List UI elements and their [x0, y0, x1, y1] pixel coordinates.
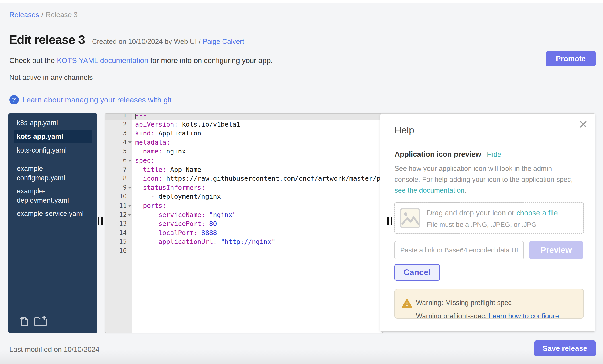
page-title: Edit release 3 — [9, 33, 85, 47]
file-item[interactable]: example-service.yaml — [17, 208, 92, 219]
dropzone-prompt: Drag and drop your icon or choose a file — [427, 209, 558, 217]
created-info: Created on 10/10/2024 by Web UI / Paige … — [92, 38, 244, 46]
code-text: icon: https://raw.githubusercontent.com/… — [132, 174, 381, 183]
fold-gutter — [127, 120, 132, 129]
code-lines: 1---2apiVersion: kots.io/v1beta13kind: A… — [105, 113, 383, 255]
created-user-link[interactable]: Paige Calvert — [202, 38, 244, 45]
code-line: 10 - deployment/nginx — [105, 192, 383, 201]
icon-dropzone[interactable]: Drag and drop your icon or choose a file… — [394, 202, 584, 234]
line-number: 15 — [105, 237, 127, 246]
file-list-divider — [17, 159, 92, 159]
icon-preview-description: See how your application icon will look … — [394, 163, 580, 196]
fold-gutter — [127, 147, 132, 156]
line-number: 9 — [105, 183, 127, 192]
line-number: 1 — [105, 113, 127, 120]
line-number: 2 — [105, 120, 127, 129]
close-icon[interactable] — [579, 120, 588, 129]
code-line: 15 applicationUrl: "http://nginx" — [105, 237, 383, 246]
code-text: applicationUrl: "http://nginx" — [132, 237, 275, 246]
fold-gutter — [127, 246, 132, 255]
code-line: 6spec: — [105, 156, 383, 165]
code-text: - deployment/nginx — [132, 192, 221, 201]
configure-preflight-link[interactable]: Learn how to configure — [489, 312, 559, 319]
new-file-icon[interactable] — [19, 316, 29, 328]
code-line: 5 name: nginx — [105, 147, 383, 156]
yaml-editor[interactable]: 1---2apiVersion: kots.io/v1beta13kind: A… — [105, 113, 383, 333]
docs-hint: Check out the KOTS YAML documentation fo… — [9, 56, 273, 65]
docs-hint-suffix: for more info on configuring your app. — [148, 56, 273, 65]
help-title: Help — [394, 125, 414, 136]
code-line: 3kind: Application — [105, 129, 383, 138]
kots-yaml-docs-link[interactable]: KOTS YAML documentation — [57, 56, 148, 65]
fold-arrow-icon[interactable] — [127, 183, 132, 192]
sidebar-resize-handle[interactable] — [98, 217, 103, 225]
new-folder-icon[interactable] — [34, 316, 47, 328]
breadcrumb-link-releases[interactable]: Releases — [9, 11, 39, 19]
line-number: 5 — [105, 147, 127, 156]
breadcrumb-separator: / — [39, 11, 46, 19]
code-text: ports: — [132, 201, 166, 210]
fold-arrow-icon[interactable] — [127, 201, 132, 210]
file-item[interactable]: kots-app.yaml — [14, 130, 92, 143]
sidebar-footer — [14, 312, 92, 328]
file-item[interactable]: kots-config.yaml — [17, 145, 92, 156]
line-number: 13 — [105, 219, 127, 228]
line-number: 11 — [105, 201, 127, 210]
fold-arrow-icon[interactable] — [127, 138, 132, 147]
line-number: 10 — [105, 192, 127, 201]
icon-preview-section-header: Application icon preview Hide — [394, 150, 501, 159]
fold-gutter — [127, 192, 132, 201]
line-number: 14 — [105, 228, 127, 237]
breadcrumb: Releases/Release 3 — [9, 11, 78, 19]
text-cursor — [135, 114, 136, 119]
code-text: kind: Application — [132, 129, 201, 138]
hide-link[interactable]: Hide — [487, 151, 501, 159]
git-releases-link[interactable]: Learn about managing your releases with … — [22, 96, 172, 104]
file-sidebar: k8s-app.yamlkots-app.yamlkots-config.yam… — [8, 113, 97, 333]
fold-gutter — [127, 228, 132, 237]
code-text: metadata: — [132, 138, 170, 147]
created-text: Created on 10/10/2024 by Web UI / — [92, 38, 203, 45]
code-text: localPort: 8888 — [132, 228, 217, 237]
description-text: See how your application icon will look … — [394, 165, 573, 183]
code-line: 14 localPort: 8888 — [105, 228, 383, 237]
code-text: --- — [132, 113, 147, 120]
fold-gutter — [127, 165, 132, 174]
code-text — [132, 246, 135, 255]
line-number: 4 — [105, 138, 127, 147]
preflight-warning: Warning: Missing preflight spec Warning … — [394, 289, 584, 319]
file-list: k8s-app.yamlkots-app.yamlkots-config.yam… — [8, 113, 97, 219]
code-line: 2apiVersion: kots.io/v1beta1 — [105, 120, 383, 129]
fold-arrow-icon[interactable] — [127, 210, 132, 220]
save-release-button[interactable]: Save release — [534, 340, 596, 356]
file-item[interactable]: k8s-app.yaml — [17, 117, 92, 128]
line-number: 12 — [105, 210, 127, 220]
fold-arrow-icon[interactable] — [127, 156, 132, 165]
see-documentation-link[interactable]: see the documentation — [394, 187, 464, 194]
dropzone-requirements: File must be a .PNG, .JPEG, or .JPG — [427, 221, 536, 228]
code-line: 11 ports: — [105, 201, 383, 210]
sidebar-divider — [14, 312, 92, 312]
warning-title: Warning: Missing preflight spec — [416, 299, 512, 307]
preview-button[interactable]: Preview — [529, 241, 583, 259]
top-strip — [0, 0, 603, 3]
code-line: 8 icon: https://raw.githubusercontent.co… — [105, 174, 383, 183]
line-number: 3 — [105, 129, 127, 138]
help-panel-resize-handle[interactable] — [387, 217, 392, 225]
warning-detail-text: Warning preflight-spec. — [416, 312, 489, 319]
file-item[interactable]: example-configmap.yaml — [17, 163, 92, 184]
code-text: title: App Name — [132, 165, 201, 174]
breadcrumb-current: Release 3 — [46, 11, 78, 19]
help-panel: Help Application icon preview Hide See h… — [380, 113, 595, 332]
file-item[interactable]: example-deployment.yaml — [17, 186, 92, 206]
icon-url-input[interactable] — [394, 241, 524, 259]
cancel-button[interactable]: Cancel — [394, 264, 440, 281]
code-text: spec: — [132, 156, 154, 165]
line-number: 7 — [105, 165, 127, 174]
last-modified-text: Last modified on 10/10/2024 — [9, 345, 99, 353]
promote-button[interactable]: Promote — [546, 51, 596, 66]
choose-file-link[interactable]: choose a file — [516, 209, 558, 217]
code-line: 1--- — [105, 113, 383, 120]
git-help-row: ? Learn about managing your releases wit… — [9, 95, 172, 104]
code-line: 16 — [105, 246, 383, 255]
